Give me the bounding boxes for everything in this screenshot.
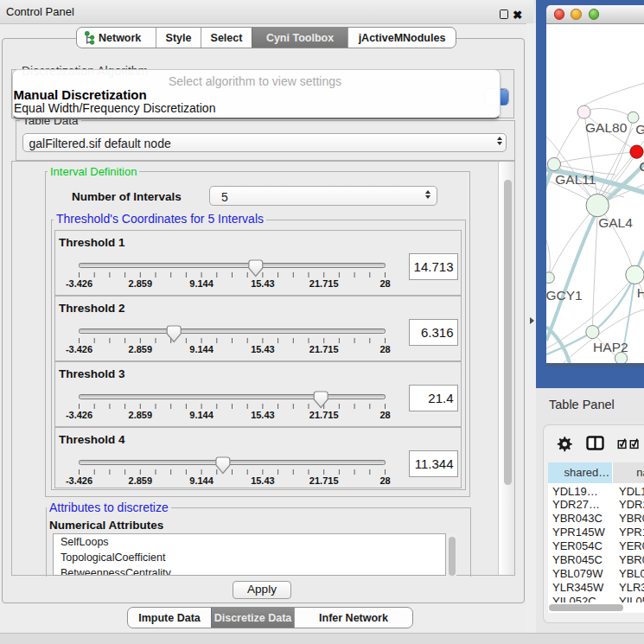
svg-text:15.43: 15.43 bbox=[251, 278, 275, 289]
svg-text:21.715: 21.715 bbox=[309, 344, 338, 354]
svg-text:2.859: 2.859 bbox=[128, 344, 152, 354]
svg-text:9.144: 9.144 bbox=[189, 475, 214, 486]
svg-text:21.715: 21.715 bbox=[309, 410, 338, 420]
svg-text:28: 28 bbox=[379, 344, 390, 354]
svg-text:HAP2: HAP2 bbox=[593, 340, 628, 354]
svg-text:GCY1: GCY1 bbox=[546, 288, 583, 303]
svg-text:2.859: 2.859 bbox=[128, 410, 152, 420]
svg-text:H: H bbox=[636, 285, 644, 300]
svg-text:9.144: 9.144 bbox=[189, 410, 214, 420]
svg-text:28: 28 bbox=[379, 278, 390, 289]
svg-text:2.859: 2.859 bbox=[128, 475, 152, 486]
svg-text:GAL80: GAL80 bbox=[585, 120, 628, 135]
svg-text:GAL11: GAL11 bbox=[555, 172, 596, 187]
svg-text:28: 28 bbox=[379, 475, 390, 486]
svg-text:C: C bbox=[639, 159, 644, 174]
svg-text:9.144: 9.144 bbox=[189, 344, 214, 354]
svg-text:2.859: 2.859 bbox=[128, 278, 152, 289]
svg-text:-3.426: -3.426 bbox=[65, 410, 92, 420]
svg-text:15.43: 15.43 bbox=[251, 410, 275, 420]
svg-text:9.144: 9.144 bbox=[189, 278, 214, 289]
svg-text:-3.426: -3.426 bbox=[65, 475, 92, 486]
svg-text:21.715: 21.715 bbox=[309, 278, 338, 289]
svg-text:GAL4: GAL4 bbox=[598, 215, 633, 230]
svg-text:15.43: 15.43 bbox=[251, 475, 275, 486]
svg-text:-3.426: -3.426 bbox=[65, 344, 92, 354]
svg-text:28: 28 bbox=[379, 410, 390, 420]
svg-text:21.715: 21.715 bbox=[309, 475, 338, 486]
svg-text:15.43: 15.43 bbox=[251, 344, 275, 354]
svg-text:GAL: GAL bbox=[635, 122, 644, 137]
svg-text:-3.426: -3.426 bbox=[65, 278, 92, 289]
